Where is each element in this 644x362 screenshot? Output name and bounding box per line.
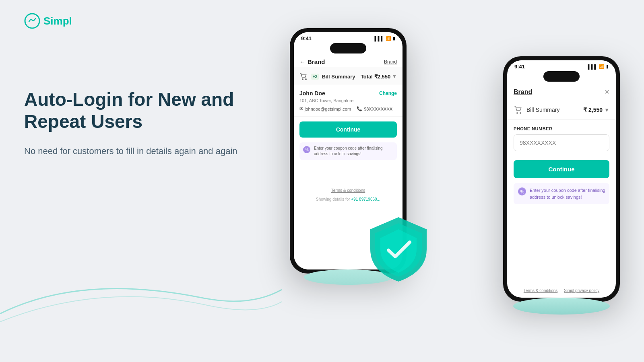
- phone1-status-bar: 9:41 ▌▌▌ 📶 ▮: [294, 32, 402, 43]
- phone1-bill-label: Bill Summary: [322, 74, 355, 80]
- phone1-status-icons: ▌▌▌ 📶 ▮: [375, 36, 395, 41]
- phone1-terms-link[interactable]: Terms & conditions: [299, 188, 397, 193]
- phone2-nav: Brand ×: [507, 83, 616, 100]
- phone1-nav: ← Brand Brand: [294, 55, 402, 68]
- phone-icon: 📞: [357, 106, 362, 111]
- battery-icon: ▮: [606, 64, 609, 69]
- main-heading: Auto-Login for New and Repeat Users: [24, 88, 274, 133]
- signal-icon: ▌▌▌: [375, 36, 384, 41]
- logo-text: Simpl: [43, 15, 72, 27]
- phone1-nav-left: ← Brand: [299, 58, 325, 65]
- phone2-privacy-link[interactable]: Simpl privacy policy: [564, 288, 599, 293]
- phone2-screen: 9:41 ▌▌▌ 📶 ▮ Brand ×: [507, 60, 616, 298]
- phone1-coupon-row: % Enter your coupon code after finalisin…: [299, 142, 397, 160]
- phone2-coupon-text: Enter your coupon code after finalising …: [530, 187, 605, 200]
- phone2-wrapper: 9:41 ▌▌▌ 📶 ▮ Brand ×: [503, 56, 620, 315]
- phone2-frame: 9:41 ▌▌▌ 📶 ▮ Brand ×: [503, 56, 620, 302]
- simpl-logo-icon: [24, 13, 40, 29]
- phone2-dynamic-island: [543, 71, 580, 82]
- phone2-bill-amount-row: ₹ 2,550 ▼: [583, 107, 609, 113]
- signal-icon: ▌▌▌: [588, 64, 597, 69]
- email-icon: ✉: [299, 106, 303, 111]
- phone2-status-bar: 9:41 ▌▌▌ 📶 ▮: [507, 60, 616, 71]
- phone1-time: 9:41: [301, 35, 312, 41]
- phone1-nav-link: Brand: [384, 59, 397, 65]
- coupon-icon: %: [518, 187, 526, 196]
- phone2-brand-label: Brand: [514, 88, 532, 96]
- phone2-bill-amount: ₹ 2,550: [583, 107, 603, 113]
- phone1-coupon-text: Enter your coupon code after finalising …: [314, 146, 394, 157]
- phone2-phone-section: PHONE NUMBER: [507, 120, 616, 155]
- svg-point-6: [520, 112, 521, 114]
- phone2-footer: Terms & conditions Simpl privacy policy: [507, 288, 616, 293]
- shield-icon: [366, 213, 431, 286]
- phone1-dynamic-island: [330, 43, 366, 53]
- left-content: Auto-Login for New and Repeat Users No n…: [24, 88, 274, 158]
- svg-point-2: [305, 78, 307, 80]
- phone2-bill-summary: Bill Summary ₹ 2,550 ▼: [507, 100, 616, 120]
- cart-icon: [514, 105, 523, 115]
- phone1-showing-number: +91 89719660...: [351, 197, 380, 202]
- svg-text:%: %: [520, 189, 524, 195]
- phone2-phone-input[interactable]: [514, 134, 609, 151]
- phone1-user-name: John Doe: [299, 90, 325, 97]
- phone1-contact-row: ✉ johndoe@getsimpl.com 📞 98XXXXXXXX: [299, 106, 397, 111]
- phone1-nav-title: Brand: [308, 58, 325, 65]
- chevron-down-icon: ▼: [604, 107, 609, 113]
- svg-text:%: %: [305, 147, 309, 152]
- svg-point-5: [516, 112, 518, 114]
- phone1-user-top: John Doe Change: [299, 90, 397, 97]
- phone1-user-address: 101, ABC Tower, Bangalore: [299, 98, 397, 103]
- phone2-continue-button[interactable]: Continue: [514, 160, 609, 178]
- svg-point-0: [25, 14, 39, 28]
- chevron-down-icon: ▼: [392, 74, 397, 79]
- bg-decoration: [0, 249, 282, 330]
- phone1-email-item: ✉ johndoe@getsimpl.com: [299, 106, 351, 111]
- shield-decoration: [366, 213, 431, 286]
- battery-icon: ▮: [393, 36, 395, 41]
- phone1-user-section: John Doe Change 101, ABC Tower, Bangalor…: [294, 85, 402, 117]
- back-icon: ←: [299, 59, 305, 65]
- phone1-phone: 98XXXXXXXX: [364, 107, 392, 111]
- phones-container: 9:41 ▌▌▌ 📶 ▮ ← Brand Brand: [278, 12, 620, 350]
- sub-text: No need for customers to fill in details…: [24, 144, 274, 158]
- phone2-pedestal: [513, 298, 610, 315]
- phone1-bill-left: +2 Bill Summary: [299, 72, 355, 81]
- phone1-showing-text: Showing details for +91 89719660...: [316, 197, 380, 202]
- coupon-icon: %: [303, 146, 311, 154]
- phone1-bill-summary: +2 Bill Summary Total ₹2,550 ▼: [294, 68, 402, 85]
- phone1-phone-item: 📞 98XXXXXXXX: [357, 106, 392, 111]
- svg-point-1: [302, 78, 303, 80]
- logo: Simpl: [24, 13, 72, 29]
- phone1-bill-total: Total ₹2,550: [361, 74, 390, 80]
- phone2-terms-link[interactable]: Terms & conditions: [524, 288, 557, 293]
- phone2-coupon-row: % Enter your coupon code after finalisin…: [514, 183, 609, 204]
- phone2-close-button[interactable]: ×: [605, 87, 609, 97]
- phone2-bill-left: Bill Summary: [514, 105, 559, 115]
- phone1-footer: Terms & conditions Showing details for +…: [294, 164, 402, 206]
- phone1-continue-button[interactable]: Continue: [299, 121, 397, 138]
- wifi-icon: 📶: [599, 64, 605, 69]
- phone2-time: 9:41: [514, 64, 525, 70]
- cart-icon: [299, 72, 308, 81]
- phone2-bill-label: Bill Summary: [526, 107, 559, 113]
- phone1-change-button[interactable]: Change: [379, 90, 397, 96]
- wifi-icon: 📶: [386, 36, 391, 41]
- phone2-phone-label: PHONE NUMBER: [514, 126, 609, 131]
- phone1-bill-total-row: Total ₹2,550 ▼: [361, 74, 397, 80]
- phone2-status-icons: ▌▌▌ 📶 ▮: [588, 64, 609, 69]
- phone1-bill-badge: +2: [311, 74, 319, 80]
- phone1-email: johndoe@getsimpl.com: [305, 107, 351, 111]
